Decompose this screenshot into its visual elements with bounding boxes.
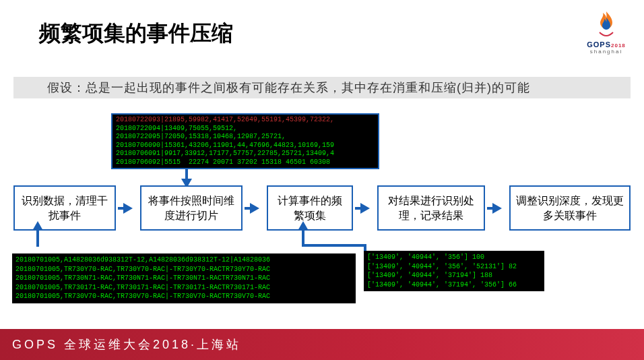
arrow-right-icon — [250, 203, 259, 214]
arrow-up-icon — [32, 221, 43, 231]
footer-bar: GOPS 全球运维大会2018·上海站 — [0, 329, 644, 360]
connector-line — [302, 244, 364, 247]
step-adjust-depth: 调整识别深度，发现更多关联事件 — [509, 185, 631, 231]
logo-city: shanghai — [586, 49, 626, 55]
arrow-right-icon — [360, 203, 370, 214]
flame-icon — [591, 9, 621, 39]
arrow-right-icon — [492, 203, 502, 214]
step-time-slice: 将事件按照时间维度进行切片 — [140, 185, 243, 231]
gops-logo: GOPS2018 shanghai — [586, 9, 626, 55]
terminal-cleaned-events: 20180701005,A14828036d938312T-12,A148280… — [12, 253, 356, 303]
step-clean-data: 识别数据，清理干扰事件 — [13, 185, 116, 231]
hypothesis-bar: 假设：总是一起出现的事件之间极有可能存在关系，其中存在消重和压缩(归并)的可能 — [13, 77, 631, 98]
terminal-raw-events: 20180722093|21895,59982,41417,52649,5519… — [111, 113, 379, 169]
page-title: 频繁项集的事件压缩 — [39, 19, 233, 49]
flow-row: 识别数据，清理干扰事件 将事件按照时间维度进行切片 计算事件的频繁项集 对结果进… — [13, 185, 631, 231]
logo-brand: GOPS2018 — [586, 40, 626, 49]
connector-line — [36, 228, 39, 247]
step-frequent-itemset: 计算事件的频繁项集 — [267, 185, 353, 231]
arrow-up-icon — [298, 221, 309, 231]
arrow-right-icon — [123, 203, 133, 214]
step-record-result: 对结果进行识别处理，记录结果 — [377, 185, 485, 231]
terminal-itemset-results: ['13409', '40944', '356'] 100 ['13409', … — [364, 251, 544, 291]
